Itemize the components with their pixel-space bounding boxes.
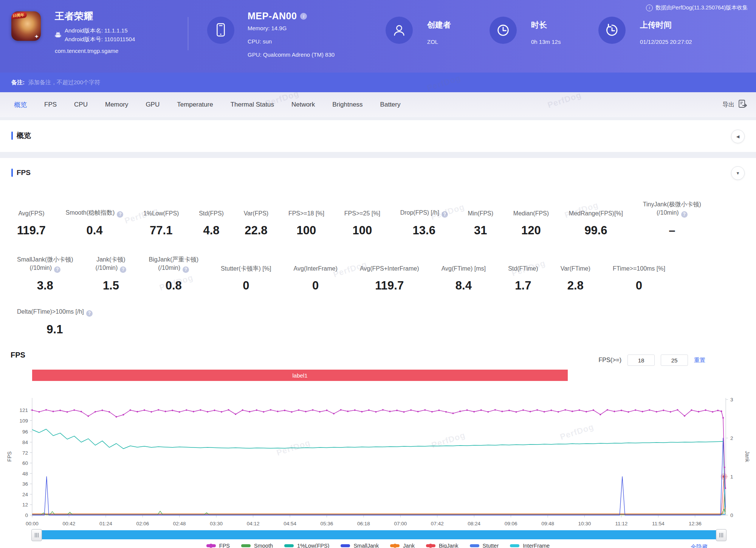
legend-item-1%low-fps-[interactable]: 1%Low(FPS)	[284, 543, 329, 548]
creator-block: 创建者 ZOL	[386, 17, 451, 45]
tab-thermal-status[interactable]: Thermal Status	[222, 101, 283, 108]
stat-value: 0.4	[86, 224, 102, 237]
stat-value: 100	[353, 224, 372, 237]
svg-text:06:18: 06:18	[357, 521, 370, 526]
help-icon[interactable]: ?	[681, 211, 688, 218]
stat-avg: Avg(InterFrame)0	[294, 265, 338, 292]
stat-jank: Jank(卡顿) (/10min)?1.5	[96, 255, 127, 292]
svg-text:12:36: 12:36	[689, 521, 702, 526]
svg-text:FPS: FPS	[6, 451, 12, 461]
stat-label: MedRange(FPS)[%]	[569, 210, 623, 217]
legend-item-stutter[interactable]: Stutter	[470, 543, 499, 548]
stat-smalljank: SmallJank(微小卡顿) (/10min)?3.8	[17, 255, 73, 292]
help-icon[interactable]: ?	[183, 266, 189, 273]
stat-label: Std(FPS)	[199, 210, 224, 217]
note-input-bar[interactable]: 备注: 添加备注，不超过200个字符	[0, 73, 756, 92]
fps-threshold-input-1[interactable]	[627, 354, 655, 366]
legend-item-fps[interactable]: FPS	[206, 543, 230, 548]
svg-text:0: 0	[25, 512, 28, 518]
stat-median: Median(FPS)120	[513, 209, 549, 237]
stat-value: 99.6	[584, 224, 607, 237]
tab-cpu[interactable]: CPU	[65, 101, 96, 108]
stat-ftime>=100ms%: FTime>=100ms [%]0	[613, 265, 665, 292]
chart-title: FPS	[11, 351, 25, 359]
svg-text:1: 1	[730, 474, 733, 480]
tab-list: 概览FPSCPUMemoryGPUTemperatureThermal Stat…	[5, 101, 409, 109]
help-icon[interactable]: ?	[54, 266, 60, 273]
tab-temperature[interactable]: Temperature	[168, 101, 222, 108]
section-accent-bar	[11, 132, 13, 140]
tab-memory[interactable]: Memory	[96, 101, 137, 108]
stat-value: 13.6	[413, 224, 435, 237]
legend-item-smooth[interactable]: Smooth	[241, 543, 273, 548]
tab-battery[interactable]: Battery	[372, 101, 409, 108]
chart-label-text: label1	[292, 372, 307, 379]
tab-gpu[interactable]: GPU	[137, 101, 168, 108]
stat-std: Std(FPS)4.8	[199, 209, 224, 237]
chart-label-annotation[interactable]: label1	[32, 370, 568, 381]
help-icon[interactable]: ?	[86, 310, 93, 317]
stat-label: 1%Low(FPS)	[143, 210, 179, 217]
legend-item-interframe[interactable]: InterFrame	[510, 543, 550, 548]
stat-value: 31	[474, 224, 487, 237]
svg-text:11:12: 11:12	[615, 521, 628, 526]
range-handle-left[interactable]	[31, 529, 42, 541]
note-placeholder: 添加备注，不超过200个字符	[28, 79, 100, 86]
legend-marker	[284, 544, 294, 547]
overview-collapse-button[interactable]: ◀	[731, 130, 745, 143]
tab-bar: 概览FPSCPUMemoryGPUTemperatureThermal Stat…	[0, 92, 756, 117]
fps-stats-row-3: Delta(FTime)>100ms [/h]?9.1	[0, 308, 756, 336]
device-info-block: MEP-AN00 i Memory: 14.9G CPU: sun GPU: Q…	[248, 11, 335, 61]
report-header: 10周年 ✦ 王者荣耀 Android版本名: 11.1.1.15	[0, 0, 756, 73]
stat-var: Var(FPS)22.8	[244, 209, 268, 237]
help-icon[interactable]: ?	[442, 211, 448, 218]
device-info-icon[interactable]: i	[300, 13, 307, 20]
stat-label: Delta(FTime)>100ms [/h]	[17, 308, 84, 315]
stat-var: Var(FTime)2.8	[561, 265, 590, 292]
export-button[interactable]: 导出	[722, 92, 748, 117]
legend-item-smalljank[interactable]: SmallJank	[341, 543, 379, 548]
range-handle-right[interactable]	[716, 529, 727, 541]
legend-marker	[341, 544, 350, 547]
app-version-name: Android版本名: 11.1.1.15	[65, 26, 135, 35]
stat-value: 0	[243, 280, 249, 292]
stat-label: FTime>=100ms [%]	[613, 265, 665, 272]
stat-value: 3.8	[37, 280, 53, 292]
overview-panel: 概览 ◀	[0, 120, 756, 152]
hide-all-link[interactable]: 全隐藏	[691, 543, 708, 548]
svg-text:36: 36	[22, 481, 28, 487]
svg-text:0: 0	[730, 512, 733, 518]
help-icon[interactable]: ?	[120, 266, 126, 273]
legend-item-bigjank[interactable]: BigJank	[426, 543, 459, 548]
chart-range-track[interactable]	[32, 530, 726, 539]
stat-label: Drop(FPS) [/h]	[400, 209, 439, 216]
stat-value: 8.4	[455, 280, 472, 292]
fps-threshold-input-2[interactable]	[661, 354, 688, 366]
legend-label: BigJank	[439, 543, 459, 548]
help-icon[interactable]: ?	[117, 211, 123, 218]
svg-text:10:30: 10:30	[578, 521, 591, 526]
tab-network[interactable]: Network	[283, 101, 324, 108]
stat-value: 1.5	[103, 280, 119, 292]
device-name: MEP-AN00	[248, 11, 297, 22]
svg-text:04:54: 04:54	[284, 521, 296, 526]
reset-link[interactable]: 重置	[694, 357, 705, 364]
history-clock-icon	[598, 17, 626, 44]
svg-text:12: 12	[22, 502, 28, 508]
tab-brightness[interactable]: Brightness	[324, 101, 371, 108]
fps-chart[interactable]: 01224364860728496109121012300:0000:4201:…	[0, 391, 756, 527]
tab-fps[interactable]: FPS	[36, 101, 65, 108]
upload-block: 上传时间 01/12/2025 20:27:02	[598, 17, 692, 45]
legend-label: SmallJank	[353, 543, 379, 548]
fps-collapse-button[interactable]: ▼	[731, 166, 745, 180]
legend-label: Smooth	[254, 543, 273, 548]
app-anniversary-badge: 10周年	[11, 12, 27, 20]
stat-label: Avg(FTime) [ms]	[442, 265, 486, 272]
tab-概览[interactable]: 概览	[5, 101, 36, 109]
overview-section-title: 概览	[17, 131, 31, 141]
stat-stutter: Stutter(卡顿率) [%]0	[221, 265, 271, 292]
fps-panel: FPS ▼ Avg(FPS)119.7Smooth(稳帧指数)?0.41%Low…	[0, 158, 756, 548]
device-cpu: CPU: sun	[248, 35, 335, 48]
svg-text:04:12: 04:12	[247, 521, 260, 526]
legend-item-jank[interactable]: Jank	[390, 543, 415, 548]
